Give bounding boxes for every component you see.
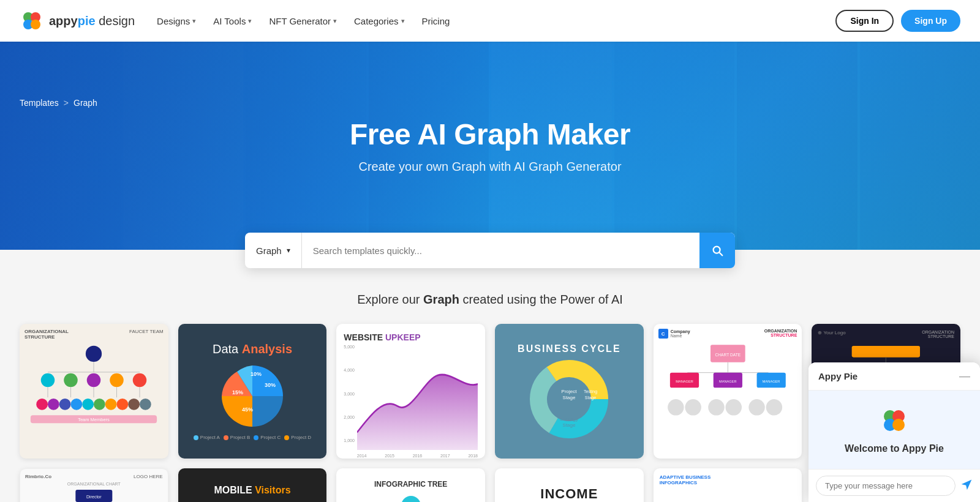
svg-text:45%: 45% (242, 406, 253, 413)
chevron-down-icon: ▾ (401, 17, 405, 25)
hero-content: Free AI Graph Maker Create your own Grap… (350, 118, 630, 174)
search-type-selector[interactable]: Graph ▾ (245, 233, 302, 268)
chevron-down-icon: ▾ (248, 17, 252, 25)
rimbrio-chart-graphic: Director Manager Manager Manager (25, 489, 163, 502)
search-type-label: Graph (256, 245, 282, 256)
svg-point-26 (140, 399, 151, 410)
nav-links: Designs ▾ AI Tools ▾ NFT Generator ▾ Cat… (157, 16, 835, 26)
nav-pricing[interactable]: Pricing (422, 16, 450, 26)
search-input[interactable] (302, 245, 699, 256)
hero-title: Free AI Graph Maker (350, 118, 630, 151)
svg-point-56 (725, 399, 741, 415)
svg-point-10 (110, 373, 124, 388)
navbar: appypie design Designs ▾ AI Tools ▾ NFT … (0, 0, 980, 42)
adaptive-infographic-graphic: 80% 60% 40% (660, 489, 796, 502)
donut-chart-graphic: Project Stage Testing Stage Strategy Sta… (529, 359, 609, 439)
chat-send-button[interactable] (960, 478, 973, 493)
hero-section: Templates > Graph Free AI Graph Maker Cr… (0, 42, 980, 250)
pie-chart-graphic: 30% 45% 15% 10% (219, 362, 286, 430)
breadcrumb-separator: > (64, 98, 69, 108)
chevron-down-icon: ▾ (287, 246, 290, 255)
template-card-income-analysis[interactable]: INCOME ANALYSIS (495, 468, 644, 502)
chat-widget: Appy Pie — Welcome to Appy Pie (809, 362, 980, 502)
hero-subtitle: Create your own Graph with AI Graph Gene… (350, 160, 630, 174)
svg-text:Director: Director (86, 495, 102, 499)
template-card-org-structure[interactable]: ORGANIZATIONALSTRUCTURE FAUCET TEAM (20, 324, 168, 459)
template-card-infographic-tree[interactable]: INFOGRAPHIC TREE 01 02 03 04 05 (336, 468, 485, 502)
svg-point-17 (37, 399, 48, 410)
template-card-adaptive-infographics[interactable]: ADAPTIVE BUSINESSINFOGRAPHICS 80% 60% 40… (654, 468, 802, 502)
template-card-rimbrio[interactable]: Rimbrio.Co LOGO HERE ORGANIZATIONAL CHAR… (20, 468, 168, 502)
breadcrumb-current: Graph (74, 98, 97, 108)
explore-title: Explore our Graph created using the Powe… (20, 293, 960, 307)
svg-point-19 (59, 399, 71, 410)
svg-point-18 (48, 399, 59, 410)
logo[interactable]: appypie design (20, 9, 135, 33)
svg-rect-59 (852, 346, 920, 358)
template-card-business-cycle[interactable]: BUSINESS CYCLE Project Stage Testing Sta… (495, 324, 644, 459)
chat-title: Appy Pie (818, 371, 858, 381)
svg-point-58 (766, 399, 782, 415)
chevron-down-icon: ▾ (192, 17, 196, 25)
signin-button[interactable]: Sign In (835, 10, 894, 32)
chat-input[interactable] (816, 476, 956, 496)
brand-name: appypie design (49, 14, 135, 28)
svg-text:Team Members: Team Members (78, 417, 110, 422)
svg-point-57 (748, 399, 764, 415)
signup-button[interactable]: Sign Up (901, 10, 960, 32)
svg-text:30%: 30% (265, 382, 276, 388)
svg-point-103 (401, 496, 421, 502)
nav-designs[interactable]: Designs ▾ (157, 16, 196, 26)
chat-input-area (809, 469, 980, 502)
breadcrumb-parent[interactable]: Templates (20, 98, 59, 108)
chat-welcome-text: Welcome to Appy Pie (845, 443, 944, 454)
svg-point-23 (105, 399, 117, 410)
infographic-tree-graphic: 01 02 03 04 05 (350, 493, 472, 502)
template-card-data-analysis[interactable]: Data Analysis 30% 45% 15% 10% (178, 324, 327, 459)
chat-app-logo-icon (879, 405, 910, 436)
svg-text:10%: 10% (251, 371, 262, 377)
search-icon (710, 244, 724, 257)
search-button[interactable] (699, 233, 735, 268)
svg-point-53 (668, 399, 684, 415)
org-chart-2-graphic: CHART DATE MANAGER MANAGER MANAGER (658, 341, 797, 439)
chat-header: Appy Pie — (809, 362, 980, 391)
svg-point-24 (117, 399, 129, 410)
svg-text:Stage: Stage (563, 395, 576, 400)
svg-point-137 (892, 419, 905, 431)
svg-point-21 (83, 399, 94, 410)
chat-logo-area: Welcome to Appy Pie (809, 391, 980, 469)
template-card-website-upkeep[interactable]: WEBSITE UPKEEP 5,0004,0003,0002,0001,000 (336, 324, 485, 459)
logo-icon (20, 9, 44, 33)
svg-point-11 (133, 373, 147, 388)
svg-text:Project: Project (562, 389, 578, 394)
svg-point-25 (129, 399, 140, 410)
svg-text:Strategy: Strategy (560, 416, 578, 422)
chevron-down-icon: ▾ (333, 17, 337, 25)
svg-text:Stage: Stage (585, 395, 596, 400)
svg-text:MANAGER: MANAGER (719, 380, 737, 383)
nav-ai-tools[interactable]: AI Tools ▾ (213, 16, 252, 26)
svg-point-3 (31, 20, 40, 29)
svg-point-20 (71, 399, 83, 410)
search-section: Graph ▾ (0, 233, 980, 268)
svg-point-54 (685, 399, 701, 415)
svg-point-7 (41, 373, 55, 388)
svg-text:CHART DATE: CHART DATE (715, 353, 741, 357)
chat-close-button[interactable]: — (959, 370, 970, 383)
svg-point-9 (87, 373, 101, 388)
nav-actions: Sign In Sign Up (835, 10, 960, 32)
svg-text:MANAGER: MANAGER (763, 380, 780, 383)
svg-point-8 (64, 373, 78, 388)
template-card-org-structure-2[interactable]: C Company Name ORGANIZATION STRUCTURE (654, 324, 802, 459)
template-card-mobile-visitors[interactable]: MOBILE Visitors (178, 468, 327, 502)
nav-categories[interactable]: Categories ▾ (354, 16, 405, 26)
area-chart-graphic (357, 345, 478, 450)
svg-text:15%: 15% (232, 389, 243, 395)
nav-nft-generator[interactable]: NFT Generator ▾ (269, 16, 337, 26)
org-chart-graphic: Team Members (26, 343, 161, 435)
svg-point-22 (94, 399, 105, 410)
svg-text:MANAGER: MANAGER (676, 380, 693, 383)
svg-text:Testing: Testing (584, 389, 597, 394)
svg-text:Stage: Stage (563, 422, 576, 428)
